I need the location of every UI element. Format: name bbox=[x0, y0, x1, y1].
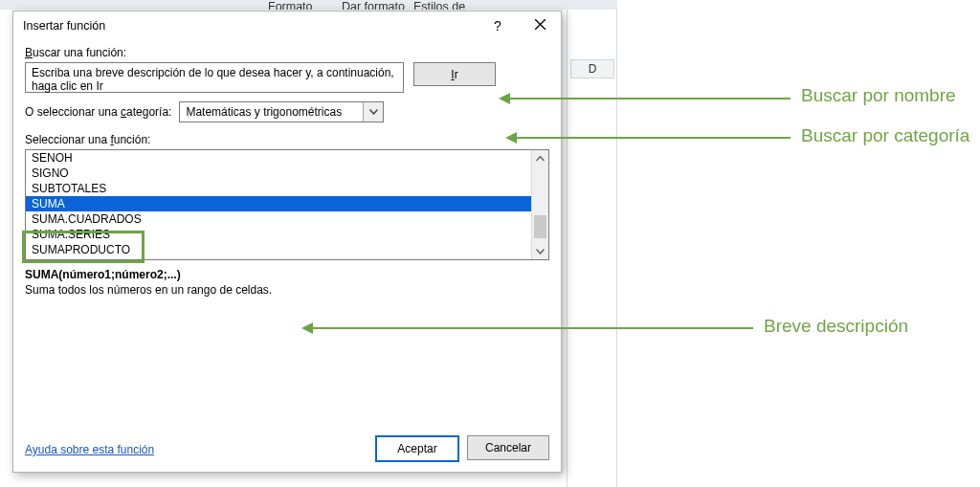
list-item[interactable]: SENOH bbox=[26, 150, 532, 166]
help-icon: ? bbox=[494, 11, 501, 40]
scroll-up-icon[interactable] bbox=[532, 150, 548, 166]
annotation-label: Buscar por nombre bbox=[801, 85, 956, 106]
category-dropdown[interactable]: Matemáticas y trigonométricas bbox=[179, 101, 384, 122]
cancel-button[interactable]: Cancelar bbox=[467, 435, 549, 460]
list-item[interactable]: SUMAPRODUCTO bbox=[26, 242, 532, 257]
chevron-down-icon bbox=[363, 102, 383, 122]
close-icon bbox=[535, 11, 546, 40]
gridline bbox=[616, 10, 617, 487]
ok-button-label: Aceptar bbox=[397, 442, 436, 455]
list-item[interactable]: SUMA.CUADRADOS bbox=[26, 211, 532, 227]
annotation-arrow bbox=[517, 137, 791, 139]
insert-function-dialog: Insertar función ? Buscar una función: E… bbox=[12, 11, 562, 473]
go-button[interactable]: Ir bbox=[413, 62, 496, 86]
scrollbar-thumb[interactable] bbox=[534, 215, 546, 238]
function-syntax: SUMA(número1;número2;...) bbox=[25, 268, 549, 281]
go-button-label: Ir bbox=[451, 68, 457, 81]
annotation-label: Buscar por categoría bbox=[801, 125, 969, 146]
select-function-label: Seleccionar una función: bbox=[25, 133, 549, 146]
category-label: O seleccionar una categoría: bbox=[25, 105, 171, 119]
scrollbar[interactable] bbox=[531, 150, 548, 259]
cancel-button-label: Cancelar bbox=[485, 441, 531, 454]
annotation-label: Breve descripción bbox=[764, 316, 908, 337]
category-dropdown-value: Matemáticas y trigonométricas bbox=[186, 105, 342, 119]
close-button[interactable] bbox=[519, 11, 561, 40]
annotation-arrow bbox=[510, 98, 791, 100]
gridline bbox=[567, 10, 568, 487]
function-listbox[interactable]: SENOH SIGNO SUBTOTALES SUMA SUMA.CUADRAD… bbox=[25, 149, 549, 260]
list-item[interactable]: SIGNO bbox=[26, 166, 532, 181]
help-link[interactable]: Ayuda sobre esta función bbox=[25, 443, 154, 456]
arrow-icon bbox=[505, 132, 517, 144]
dialog-titlebar: Insertar función ? bbox=[13, 11, 561, 40]
list-item-selected[interactable]: SUMA bbox=[26, 196, 532, 211]
column-header-d: D bbox=[570, 59, 614, 78]
scroll-down-icon[interactable] bbox=[532, 243, 548, 259]
search-label: Buscar una función: bbox=[25, 46, 126, 59]
arrow-icon bbox=[301, 322, 313, 334]
ok-button[interactable]: Aceptar bbox=[375, 435, 459, 462]
annotation-arrow bbox=[313, 327, 753, 329]
help-button[interactable]: ? bbox=[477, 11, 519, 40]
arrow-icon bbox=[499, 93, 510, 104]
function-description: Suma todos los números en un rango de ce… bbox=[25, 283, 549, 297]
search-input[interactable]: Escriba una breve descripción de lo que … bbox=[25, 62, 404, 93]
search-input-text: Escriba una breve descripción de lo que … bbox=[32, 66, 394, 93]
list-item[interactable]: SUMA.SERIES bbox=[26, 227, 532, 242]
dialog-title: Insertar función bbox=[23, 19, 105, 33]
list-item[interactable]: SUBTOTALES bbox=[26, 181, 532, 196]
